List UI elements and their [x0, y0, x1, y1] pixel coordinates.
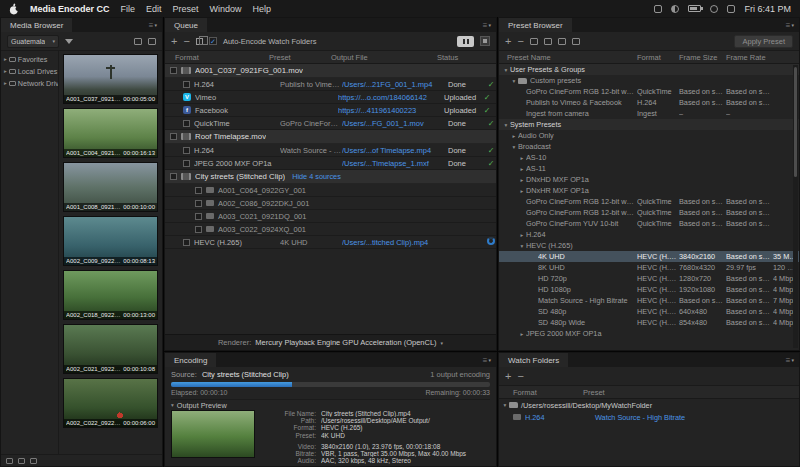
preset-row[interactable]: 8K UHDHEVC (H.265)7680x432029.97 fps120 …	[499, 262, 799, 273]
menu-extra-icon[interactable]	[654, 5, 662, 13]
preset-row[interactable]: Match Source - High BitrateHEVC (H.265)B…	[499, 295, 799, 306]
tab-encoding[interactable]: Encoding	[165, 353, 216, 367]
path-link[interactable]: /Users/rosessill/Desktop/AME Output/	[321, 417, 490, 424]
menu-window[interactable]: Window	[210, 4, 242, 14]
filter-icon[interactable]	[65, 39, 73, 44]
queue-subsource-row[interactable]: A001_C064_0922GY_001	[165, 184, 496, 197]
battery-icon[interactable]	[688, 5, 701, 12]
menu-edit[interactable]: Edit	[146, 4, 162, 14]
eject-icon[interactable]	[30, 458, 37, 464]
row-checkbox[interactable]	[195, 200, 202, 207]
preset-group-row[interactable]: ▸H.264	[499, 229, 799, 240]
preset-settings-icon[interactable]	[544, 38, 552, 45]
output-url-link[interactable]: https://...411961400223	[338, 106, 444, 115]
tree-item-local-drives[interactable]: ▸ Local Drives	[1, 65, 58, 77]
queue-output-row[interactable]: QuickTime GoPro CineForm RGB 12-bit with…	[165, 117, 496, 130]
new-folder-icon[interactable]	[6, 458, 13, 464]
output-preset[interactable]: Publish to Vimeo & Facebook	[280, 80, 342, 89]
queue-source-group-row[interactable]: Roof Timelapse.mov	[165, 130, 496, 144]
row-checkbox[interactable]	[170, 173, 177, 180]
output-url-link[interactable]: https://...o.com/184066142	[338, 93, 444, 102]
queue-output-row[interactable]: V Vimeo https://...o.com/184066142 Uploa…	[165, 91, 496, 104]
panel-menu-icon[interactable]: ≡▾	[781, 353, 799, 367]
media-clip-thumbnail[interactable]: A001_C008_0921ZF_00100:00:10:00	[63, 162, 158, 212]
add-output-button[interactable]: +	[171, 36, 177, 46]
preset-row[interactable]: GoPro CineForm RGB 12-bit with alphaQuic…	[499, 196, 799, 207]
output-preset[interactable]: 4K UHD	[280, 238, 342, 247]
wifi-icon[interactable]	[710, 5, 718, 13]
location-dropdown[interactable]: Guatemala ▾	[7, 35, 59, 48]
preset-row[interactable]: SD 480p WideHEVC (H.265)854x480Based on …	[499, 317, 799, 328]
row-checkbox[interactable]	[170, 67, 177, 74]
entry-format[interactable]: H.264	[525, 413, 595, 422]
preset-group-row[interactable]: ▾Custom presets	[499, 75, 799, 86]
import-preset-icon[interactable]	[558, 38, 566, 45]
menu-preset[interactable]: Preset	[173, 4, 199, 14]
preset-row[interactable]: Ingest from cameraIngest––	[499, 108, 799, 119]
tab-preset-browser[interactable]: Preset Browser	[499, 18, 572, 32]
output-preview-toggle[interactable]: ▾ Output Preview	[171, 399, 490, 410]
pause-queue-button[interactable]	[457, 36, 474, 47]
preset-group-row[interactable]: ▸DNxHD MXF OP1a	[499, 174, 799, 185]
thumbnail-view-icon[interactable]	[134, 38, 142, 45]
display-icon[interactable]	[671, 5, 679, 13]
queue-subsource-row[interactable]: A003_C021_0921DQ_001	[165, 210, 496, 223]
remove-watch-folder-button[interactable]: −	[517, 371, 523, 381]
preset-row[interactable]: GoPro CineForm RGB 12-bit with alpha (Ma…	[499, 86, 799, 97]
preset-row-selected[interactable]: 4K UHDHEVC (H.265)3840x2160Based on sour…	[499, 251, 799, 262]
output-preset[interactable]: Watch Source - High Bitrate	[280, 146, 342, 155]
panel-menu-icon[interactable]: ≡▾	[478, 353, 496, 367]
tab-watch-folders[interactable]: Watch Folders	[499, 353, 568, 367]
preset-row[interactable]: GoPro CineForm RGB 12-bit with alpha at …	[499, 207, 799, 218]
preset-row[interactable]: HD 1080pHEVC (H.265)1920x1080Based on so…	[499, 284, 799, 295]
queue-output-row[interactable]: f Facebook https://...411961400223 Uploa…	[165, 104, 496, 117]
row-checkbox[interactable]	[170, 133, 177, 140]
output-preset[interactable]: GoPro CineForm RGB 12-bit with alpha	[280, 119, 342, 128]
stop-queue-button[interactable]	[480, 36, 490, 46]
tree-item-favorites[interactable]: ▸ Favorites	[1, 53, 58, 65]
menu-help[interactable]: Help	[253, 4, 272, 14]
media-clip-thumbnail[interactable]: A002_C018_0922BK_00100:00:13:00	[63, 270, 158, 320]
row-checkbox[interactable]	[183, 239, 190, 246]
tree-item-network-drives[interactable]: ▸ Network Drives	[1, 77, 58, 89]
preset-row[interactable]: SD 480pHEVC (H.265)640x480Based on sourc…	[499, 306, 799, 317]
queue-subsource-row[interactable]: A002_C086_0922DKJ_001	[165, 197, 496, 210]
queue-output-row[interactable]: H.264 Publish to Vimeo & Facebook /Users…	[165, 78, 496, 91]
queue-output-row[interactable]: H.264 Watch Source - High Bitrate /Users…	[165, 144, 496, 157]
preset-group-row[interactable]: ▸DNxHR MXF OP1a	[499, 185, 799, 196]
preset-row[interactable]: GoPro CineForm YUV 10-bitQuickTimeBased …	[499, 218, 799, 229]
output-file-link[interactable]: /Users/...of Timelapse.mp4	[342, 146, 448, 155]
new-group-icon[interactable]	[530, 38, 538, 45]
preset-group-row[interactable]: ▾Broadcast	[499, 141, 799, 152]
hide-sources-link[interactable]: Hide 4 sources	[292, 172, 341, 181]
row-checkbox[interactable]	[195, 213, 202, 220]
spotlight-icon[interactable]	[727, 5, 735, 13]
media-clip-thumbnail[interactable]: A002_C009_09221L_00100:00:08:13	[63, 216, 158, 266]
tab-queue[interactable]: Queue	[165, 18, 207, 32]
app-menu-title[interactable]: Media Encoder CC	[30, 4, 110, 14]
panel-menu-icon[interactable]: ≡▾	[144, 18, 162, 32]
preset-group-row[interactable]: ▸JPEG 2000 MXF OP1a	[499, 328, 799, 339]
auto-encode-checkbox[interactable]: ✓	[209, 37, 217, 45]
panel-menu-icon[interactable]: ≡▾	[478, 18, 496, 32]
row-checkbox[interactable]	[183, 147, 190, 154]
media-clip-thumbnail[interactable]: A002_C021_0922LT_00100:00:10:08	[63, 324, 158, 374]
preset-group-row[interactable]: ▸AS-10	[499, 152, 799, 163]
preset-group-row[interactable]: ▸AS-11	[499, 163, 799, 174]
scrollbar-thumb[interactable]	[794, 67, 797, 177]
queue-output-row[interactable]: JPEG 2000 MXF OP1a /Users/...Timelapse_1…	[165, 157, 496, 170]
output-file-link[interactable]: /Users/...FG_001_1.mov	[342, 119, 448, 128]
output-file-link[interactable]: /Users/...21FG_001_1.mp4	[342, 80, 448, 89]
row-checkbox[interactable]	[195, 226, 202, 233]
row-checkbox[interactable]	[183, 120, 190, 127]
row-checkbox[interactable]	[183, 160, 190, 167]
apple-menu-icon[interactable]	[9, 3, 19, 15]
delete-preset-button[interactable]: −	[517, 36, 523, 46]
preset-section-row[interactable]: ▾User Presets & Groups	[499, 64, 799, 75]
menu-file[interactable]: File	[121, 4, 136, 14]
preset-group-row[interactable]: ▾HEVC (H.265)	[499, 240, 799, 251]
queue-subsource-row[interactable]: A003_C022_0924XQ_001	[165, 223, 496, 236]
duplicate-icon[interactable]	[196, 38, 203, 45]
renderer-dropdown[interactable]: Mercury Playback Engine GPU Acceleration…	[255, 338, 436, 347]
panel-menu-icon[interactable]: ≡▾	[781, 18, 799, 32]
